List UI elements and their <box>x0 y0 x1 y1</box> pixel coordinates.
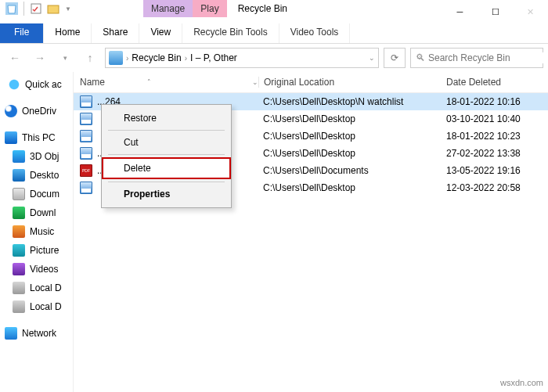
sidebar-item-pictures[interactable]: Picture <box>5 241 73 260</box>
sidebar-item-this-pc[interactable]: This PC <box>5 128 73 147</box>
context-tab-play[interactable]: Play <box>193 0 226 17</box>
cube-icon <box>13 150 25 163</box>
menu-item-cut[interactable]: Cut <box>103 133 229 152</box>
tab-video-tools[interactable]: Video Tools <box>279 23 351 43</box>
file-original-location: C:\Users\Dell\Desktop <box>258 148 442 159</box>
sidebar-item-network[interactable]: Network <box>5 324 73 343</box>
sidebar-item-label: Videos <box>30 264 58 275</box>
context-tab-manage[interactable]: Manage <box>143 0 193 17</box>
column-headers: Name˄⌄ Original Location Date Deleted <box>74 72 548 93</box>
breadcrumb-sep-icon[interactable]: › <box>126 54 128 63</box>
breadcrumb-group[interactable]: I – P, Other <box>190 52 237 63</box>
column-date-deleted[interactable]: Date Deleted <box>442 77 548 88</box>
breadcrumb-recycle-bin[interactable]: Recycle Bin <box>132 52 181 63</box>
chevron-down-icon[interactable]: ⌄ <box>252 78 258 86</box>
divider <box>23 2 24 16</box>
tab-recycle-tools[interactable]: Recycle Bin Tools <box>182 23 279 43</box>
disk-icon <box>13 282 25 294</box>
maximize-button[interactable]: ☐ <box>478 0 513 23</box>
file-date-deleted: 18-01-2022 10:23 <box>442 131 548 142</box>
watermark: wsxdn.com <box>500 378 543 387</box>
forward-button[interactable]: → <box>30 48 50 68</box>
video-file-icon <box>80 130 92 142</box>
sidebar-item-label: Local D <box>30 282 62 293</box>
sidebar-item-label: Picture <box>30 245 59 256</box>
videos-icon <box>13 263 25 275</box>
pc-icon <box>5 131 17 144</box>
network-icon <box>5 327 17 340</box>
properties-icon[interactable] <box>29 2 43 16</box>
recycle-bin-icon <box>109 51 123 65</box>
addr-dropdown-icon[interactable]: ⌄ <box>369 54 375 62</box>
up-button[interactable]: ↑ <box>80 48 100 68</box>
file-original-location: C:\Users\Dell\Desktop <box>258 182 442 193</box>
sidebar-item-downloads[interactable]: Downl <box>5 203 73 222</box>
documents-icon <box>13 188 25 200</box>
quick-access-toolbar: ▼ <box>0 0 74 17</box>
star-icon <box>8 78 20 91</box>
file-original-location: C:\Users\Dell\Desktop <box>258 131 442 142</box>
video-file-icon <box>80 182 92 194</box>
context-menu: Restore Cut Delete Properties <box>101 104 232 208</box>
file-original-location: C:\Users\Dell\Desktop <box>258 113 442 124</box>
sidebar-item-music[interactable]: Music <box>5 222 73 241</box>
file-date-deleted: 03-10-2021 10:40 <box>442 113 548 124</box>
recycle-bin-icon[interactable] <box>5 2 19 16</box>
sidebar-item-label: Deskto <box>30 170 59 181</box>
file-date-deleted: 18-01-2022 10:16 <box>442 96 548 107</box>
back-button[interactable]: ← <box>5 48 25 68</box>
refresh-button[interactable]: ⟳ <box>384 48 406 68</box>
recent-dropdown[interactable]: ▾ <box>55 48 75 68</box>
menu-separator <box>108 154 225 155</box>
sidebar-item-videos[interactable]: Videos <box>5 260 73 279</box>
qat-dropdown[interactable]: ▼ <box>65 5 71 13</box>
tab-home[interactable]: Home <box>44 23 92 43</box>
sidebar-item-label: Docum <box>30 189 59 200</box>
disk-icon <box>13 300 25 313</box>
video-file-icon <box>80 147 92 160</box>
video-file-icon <box>80 95 92 108</box>
cloud-icon <box>5 105 17 117</box>
search-input[interactable] <box>428 52 546 63</box>
folder-icon[interactable] <box>46 2 60 16</box>
svg-rect-2 <box>48 5 59 13</box>
search-box[interactable]: 🔍︎ <box>410 48 543 68</box>
window-buttons: ─ ☐ ✕ <box>442 0 548 23</box>
ribbon: File Home Share View Recycle Bin Tools V… <box>0 23 548 44</box>
sidebar-item-onedrive[interactable]: OneDriv <box>5 102 73 120</box>
sidebar-item-desktop[interactable]: Deskto <box>5 166 73 185</box>
tab-file[interactable]: File <box>0 23 44 43</box>
menu-item-delete[interactable]: Delete <box>102 157 231 179</box>
sidebar-item-quick-access[interactable]: Quick ac <box>8 75 73 94</box>
sidebar: Quick ac OneDriv This PC 3D Obj Deskto D… <box>0 72 74 392</box>
column-name[interactable]: Name˄⌄ <box>80 77 258 88</box>
sidebar-item-3d-objects[interactable]: 3D Obj <box>5 147 73 166</box>
menu-item-restore[interactable]: Restore <box>103 109 229 128</box>
file-original-location: C:\Users\Dell\Desktop\N watchlist <box>258 96 442 107</box>
pictures-icon <box>13 244 25 257</box>
minimize-button[interactable]: ─ <box>442 0 478 23</box>
sidebar-item-label: This PC <box>22 132 56 143</box>
context-tabs: Manage Play <box>143 0 227 17</box>
titlebar: ▼ Manage Play Recycle Bin ─ ☐ ✕ <box>0 0 548 23</box>
address-bar[interactable]: › Recycle Bin › I – P, Other ⌄ <box>105 48 379 68</box>
breadcrumb-sep-icon[interactable]: › <box>185 54 187 63</box>
pdf-file-icon <box>80 164 92 177</box>
file-date-deleted: 13-05-2022 19:16 <box>442 165 548 176</box>
window-title: Recycle Bin <box>238 0 287 14</box>
tab-view[interactable]: View <box>139 23 182 43</box>
video-file-icon <box>80 113 92 125</box>
sidebar-item-local-disk-1[interactable]: Local D <box>5 279 73 297</box>
sidebar-item-local-disk-2[interactable]: Local D <box>5 297 73 316</box>
sidebar-item-label: Local D <box>30 301 62 312</box>
sidebar-item-label: Music <box>30 226 54 237</box>
sidebar-item-documents[interactable]: Docum <box>5 185 73 203</box>
file-original-location: C:\Users\Dell\Documents <box>258 165 442 176</box>
menu-separator <box>108 130 225 131</box>
close-button[interactable]: ✕ <box>513 0 548 23</box>
desktop-icon <box>13 169 25 182</box>
menu-item-properties[interactable]: Properties <box>103 185 229 203</box>
column-original-location[interactable]: Original Location <box>258 77 442 88</box>
menu-separator <box>108 182 225 182</box>
tab-share[interactable]: Share <box>92 23 139 43</box>
